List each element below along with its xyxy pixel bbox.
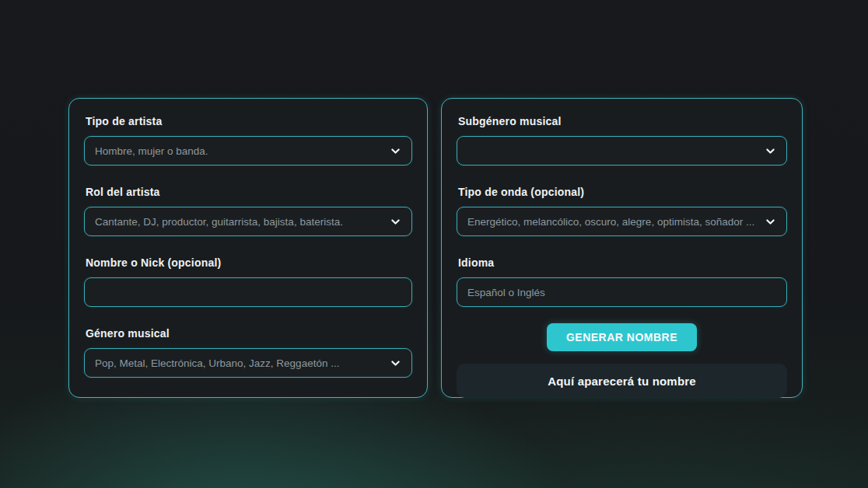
field-group-nombre-o-nick: Nombre o Nick (opcional) [84,256,412,307]
tipo-de-artista-placeholder: Hombre, mujer o banda. [95,145,383,157]
chevron-down-icon [765,145,776,157]
rol-del-artista-label: Rol del artista [86,186,412,198]
rol-del-artista-placeholder: Cantante, DJ, productor, guitarrista, ba… [95,216,383,228]
genero-musical-placeholder: Pop, Metal, Electrónica, Urbano, Jazz, R… [95,357,383,369]
nombre-o-nick-label: Nombre o Nick (opcional) [86,256,412,269]
genero-musical-label: Género musical [86,327,412,340]
chevron-down-icon [390,145,401,157]
artist-form-panel-left: Tipo de artista Hombre, mujer o banda. R… [68,98,428,398]
idioma-label: Idioma [458,256,787,269]
genero-musical-select[interactable]: Pop, Metal, Electrónica, Urbano, Jazz, R… [84,348,412,378]
rol-del-artista-select[interactable]: Cantante, DJ, productor, guitarrista, ba… [84,207,412,236]
tipo-de-artista-select[interactable]: Hombre, mujer o banda. [84,136,412,166]
artist-form-panel-right: Subgénero musical Tipo de onda (opcional… [441,98,803,398]
field-group-idioma: Idioma [457,256,787,307]
chevron-down-icon [765,216,776,228]
nombre-o-nick-input-wrap [84,277,412,307]
chevron-down-icon [390,357,401,369]
field-group-genero-musical: Género musical Pop, Metal, Electrónica, … [84,327,412,378]
nombre-o-nick-input[interactable] [95,287,401,298]
field-group-subgenero-musical: Subgénero musical [457,115,787,166]
tipo-de-onda-label: Tipo de onda (opcional) [458,186,787,198]
tipo-de-artista-label: Tipo de artista [86,115,412,127]
idioma-input[interactable] [467,287,776,298]
subgenero-musical-select[interactable] [457,136,787,166]
tipo-de-onda-select[interactable]: Energético, melancólico, oscuro, alegre,… [457,207,787,236]
generate-name-button[interactable]: GENERAR NOMBRE [547,323,697,351]
field-group-rol-del-artista: Rol del artista Cantante, DJ, productor,… [84,186,412,236]
field-group-tipo-de-artista: Tipo de artista Hombre, mujer o banda. [84,115,412,166]
idioma-input-wrap [457,277,787,307]
subgenero-musical-label: Subgénero musical [458,115,787,127]
chevron-down-icon [390,216,401,228]
tipo-de-onda-placeholder: Energético, melancólico, oscuro, alegre,… [467,216,758,228]
generated-name-result: Aquí aparecerá tu nombre [457,364,787,398]
field-group-tipo-de-onda: Tipo de onda (opcional) Energético, mela… [457,186,787,236]
